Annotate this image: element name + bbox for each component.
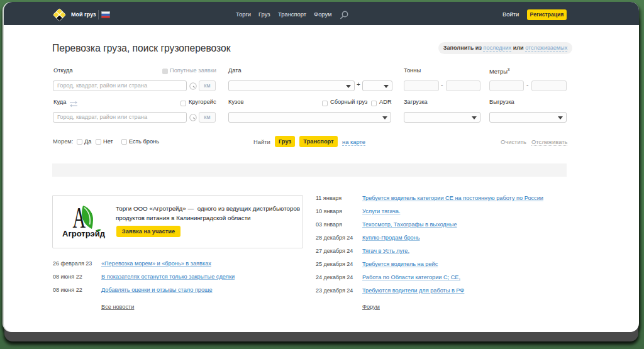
svg-text:Агротрэйд: Агротрэйд — [62, 229, 106, 238]
